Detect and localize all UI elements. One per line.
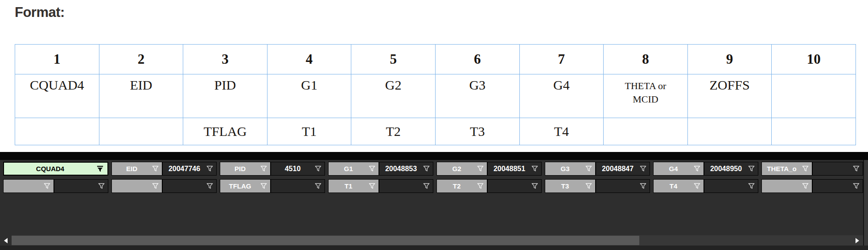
filter-funnel-icon[interactable] xyxy=(748,165,755,172)
selected-card-cell-cquad4[interactable]: CQUAD4 xyxy=(3,162,108,176)
filter-group-cquad4: CQUAD4 xyxy=(3,162,108,193)
filter-label-g3-top[interactable]: G3 xyxy=(545,162,596,176)
filter-value-g1-bottom[interactable] xyxy=(379,179,433,193)
filter-label-g3-bottom[interactable]: T3 xyxy=(545,179,596,193)
cell-blank xyxy=(15,118,99,145)
filter-value-pid-top-text: 4510 xyxy=(271,165,314,173)
format-heading: Format: xyxy=(15,4,65,20)
filter-value-g3-top[interactable]: 20048847 xyxy=(596,162,650,176)
filter-funnel-icon[interactable] xyxy=(368,165,376,172)
format-col-3: 3 xyxy=(183,45,267,74)
filter-label-theta-or-mcid-top[interactable]: THETA_o xyxy=(761,162,812,176)
filter-label-g1-bottom-text: T1 xyxy=(329,182,368,190)
cell-blank xyxy=(604,118,688,145)
filter-funnel-icon[interactable] xyxy=(206,182,214,190)
filter-funnel-icon[interactable] xyxy=(423,165,430,172)
filter-funnel-icon[interactable] xyxy=(802,182,809,190)
cell-pid: PID xyxy=(183,74,267,118)
filter-funnel-icon[interactable] xyxy=(314,165,322,172)
filter-pair-theta-or-mcid-top: THETA_o xyxy=(761,162,863,176)
format-header-row: 1 2 3 4 5 6 7 8 9 10 xyxy=(15,45,856,74)
filter-funnel-icon[interactable] xyxy=(585,182,592,190)
filter-funnel-icon[interactable] xyxy=(693,182,701,190)
filter-pair-g1-top: G120048853 xyxy=(328,162,433,176)
filter-applied-funnel-icon[interactable] xyxy=(96,165,104,172)
filter-funnel-icon[interactable] xyxy=(693,165,701,172)
filter-funnel-icon[interactable] xyxy=(852,165,860,172)
filter-value-cquad4-bottom[interactable] xyxy=(54,179,108,193)
filter-funnel-icon[interactable] xyxy=(585,165,592,172)
filter-funnel-icon[interactable] xyxy=(423,182,430,190)
filter-label-theta-or-mcid-top-text: THETA_o xyxy=(762,165,802,172)
filter-funnel-icon[interactable] xyxy=(152,165,159,172)
filter-label-g4-top-text: G4 xyxy=(654,165,693,172)
format-col-5: 5 xyxy=(351,45,436,74)
cell-blank xyxy=(99,118,183,145)
filter-value-pid-top[interactable]: 4510 xyxy=(271,162,325,176)
filter-value-theta-or-mcid-top[interactable] xyxy=(812,162,863,176)
filter-group-g1: G120048853T1 xyxy=(328,162,433,193)
filter-group-theta-or-mcid: THETA_o xyxy=(761,162,863,193)
filter-funnel-icon[interactable] xyxy=(260,182,267,190)
filter-pair-pid-bottom: TFLAG xyxy=(220,179,325,193)
cell-zoffs: ZOFFS xyxy=(687,74,772,118)
filter-funnel-icon[interactable] xyxy=(639,182,647,190)
scroll-right-button[interactable] xyxy=(852,235,862,246)
filter-funnel-icon[interactable] xyxy=(314,182,322,190)
filter-value-g4-bottom[interactable] xyxy=(704,179,758,193)
filter-funnel-icon[interactable] xyxy=(43,182,51,190)
cell-tflag: TFLAG xyxy=(183,118,267,145)
filter-value-g3-bottom[interactable] xyxy=(596,179,650,193)
filter-label-g2-top[interactable]: G2 xyxy=(436,162,487,176)
filter-funnel-icon[interactable] xyxy=(531,165,539,172)
filter-funnel-icon[interactable] xyxy=(206,165,214,172)
filter-funnel-icon[interactable] xyxy=(531,182,539,190)
filter-value-g2-bottom[interactable] xyxy=(487,179,542,193)
cell-g3: G3 xyxy=(435,74,519,118)
filter-label-g1-top[interactable]: G1 xyxy=(328,162,379,176)
filter-funnel-icon[interactable] xyxy=(852,182,860,190)
filter-group-g4: G420048950T4 xyxy=(653,162,758,193)
filter-label-g1-bottom[interactable]: T1 xyxy=(328,179,379,193)
filter-value-eid-bottom[interactable] xyxy=(162,179,217,193)
cell-theta-or-mcid: THETA or MCID xyxy=(604,74,688,118)
filter-value-theta-or-mcid-bottom[interactable] xyxy=(812,179,863,193)
filter-label-g4-top[interactable]: G4 xyxy=(653,162,704,176)
selected-card-text: CQUAD4 xyxy=(4,165,96,172)
cell-t3: T3 xyxy=(435,118,519,145)
filter-funnel-icon[interactable] xyxy=(368,182,376,190)
filter-label-g2-bottom-text: T2 xyxy=(437,182,477,190)
left-arrow-icon xyxy=(4,238,8,243)
filter-funnel-icon[interactable] xyxy=(477,165,484,172)
filter-label-theta-or-mcid-bottom[interactable] xyxy=(761,179,812,193)
filter-funnel-icon[interactable] xyxy=(152,182,159,190)
filter-value-pid-bottom[interactable] xyxy=(271,179,325,193)
scroll-left-button[interactable] xyxy=(0,235,12,246)
filter-label-eid-bottom[interactable] xyxy=(111,179,162,193)
filter-value-g1-top[interactable]: 20048853 xyxy=(379,162,433,176)
filter-label-g4-bottom[interactable]: T4 xyxy=(653,179,704,193)
cell-cquad4: CQUAD4 xyxy=(15,74,99,118)
filter-label-g3-bottom-text: T3 xyxy=(545,182,585,190)
filter-funnel-icon[interactable] xyxy=(639,165,647,172)
filter-label-pid-bottom[interactable]: TFLAG xyxy=(220,179,271,193)
filter-funnel-icon[interactable] xyxy=(748,182,755,190)
filter-value-g2-top[interactable]: 20048851 xyxy=(487,162,542,176)
format-fields-row-1: CQUAD4 EID PID G1 G2 G3 G4 THETA or MCID… xyxy=(15,74,856,118)
filter-funnel-icon[interactable] xyxy=(477,182,484,190)
filter-label-eid-top[interactable]: EID xyxy=(111,162,162,176)
filter-funnel-icon[interactable] xyxy=(802,165,809,172)
filter-pair-g1-bottom: T1 xyxy=(328,179,433,193)
filter-label-pid-top[interactable]: PID xyxy=(220,162,271,176)
cell-empty xyxy=(772,74,856,118)
filter-value-g4-top[interactable]: 20048950 xyxy=(704,162,758,176)
filter-funnel-icon[interactable] xyxy=(98,182,105,190)
filter-value-eid-top[interactable]: 20047746 xyxy=(162,162,217,176)
cell-blank xyxy=(687,118,772,145)
vertical-scrollbar-gutter[interactable] xyxy=(863,160,868,246)
scrollbar-thumb[interactable] xyxy=(12,236,639,245)
horizontal-scrollbar[interactable] xyxy=(0,235,863,246)
filter-funnel-icon[interactable] xyxy=(260,165,267,172)
filter-label-cquad4-bottom[interactable] xyxy=(3,179,54,193)
filter-label-g2-bottom[interactable]: T2 xyxy=(436,179,487,193)
